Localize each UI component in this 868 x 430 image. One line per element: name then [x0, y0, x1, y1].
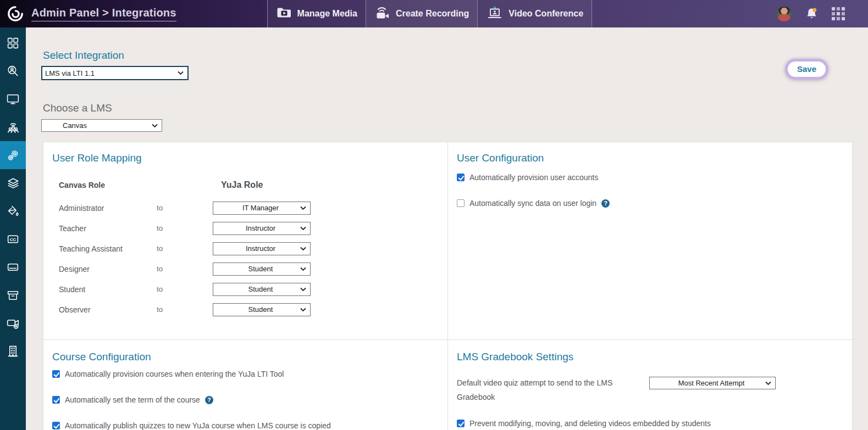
gradebook-attempt-label: Default video quiz attempt to send to th… — [457, 376, 649, 405]
manage-media-label: Manage Media — [297, 9, 357, 19]
yuja-swirl-logo-icon[interactable] — [7, 5, 24, 22]
to-label: to — [157, 265, 213, 273]
sidebar-item-live-broadcast[interactable] — [0, 113, 26, 141]
table-row: Observer to Student — [59, 299, 439, 320]
yuja-role-select[interactable]: Student — [213, 303, 311, 316]
sidebar-item-captions[interactable]: CC — [0, 225, 26, 253]
yuja-role-value: Student — [213, 265, 310, 273]
breadcrumb[interactable]: Admin Panel > Integrations — [31, 7, 176, 21]
yuja-role-select[interactable]: Instructor — [213, 222, 311, 235]
canvas-role-label: Teaching Assistant — [59, 244, 157, 253]
chevron-down-icon — [178, 71, 184, 75]
provision-courses-checkbox[interactable] — [52, 370, 60, 378]
help-question-icon[interactable] — [601, 199, 610, 208]
paint-bucket-icon — [6, 204, 20, 218]
video-conference-laptop-icon — [486, 5, 504, 23]
list-item: Prevent modifying, moving, and deleting … — [457, 419, 843, 428]
closed-captions-icon: CC — [6, 232, 20, 246]
choose-lms-label: Choose a LMS — [43, 102, 112, 114]
sync-data-checkbox[interactable] — [457, 199, 465, 207]
sidebar-item-recorder[interactable] — [0, 309, 26, 337]
storage-drive-icon — [6, 260, 20, 274]
user-avatar[interactable] — [777, 7, 792, 21]
chevron-down-icon — [300, 247, 306, 250]
gears-icon — [6, 148, 20, 163]
course-configuration-section: Course Configuration Automatically provi… — [43, 340, 448, 430]
provision-users-checkbox[interactable] — [457, 174, 465, 181]
table-row: Student to Student — [59, 279, 439, 299]
yuja-role-select[interactable]: IT Manager — [213, 202, 311, 215]
role-mapping-table: Canvas Role YuJa Role Administrator to I… — [59, 178, 439, 320]
course-configuration-title: Course Configuration — [52, 351, 439, 363]
role-table-header: Canvas Role YuJa Role — [59, 178, 439, 192]
help-question-icon[interactable] — [205, 396, 213, 404]
chevron-down-icon — [300, 206, 306, 210]
sidebar-item-dashboard[interactable] — [0, 29, 26, 57]
create-recording-label: Create Recording — [396, 9, 469, 19]
building-icon — [6, 344, 20, 358]
admin-panel-screen: Admin Panel > Integrations Manage Media — [0, 0, 868, 430]
checkbox-label: Automatically sync data on user login — [469, 199, 596, 208]
publish-quizzes-checkbox[interactable] — [52, 422, 60, 429]
main-content: Select Integration LMS via LTI 1.1 Save … — [26, 27, 868, 430]
sidebar-item-integrations[interactable] — [0, 141, 26, 169]
sidebar-item-user-search[interactable] — [0, 57, 26, 85]
manage-media-button[interactable]: Manage Media — [267, 0, 366, 27]
save-button-focus-ring: Save — [785, 59, 828, 80]
video-conference-button[interactable]: Video Conference — [477, 0, 592, 27]
to-label: to — [157, 224, 213, 232]
user-configuration-section: User Configuration Automatically provisi… — [448, 142, 852, 340]
to-label: to — [157, 305, 213, 314]
table-row: Administrator to IT Manager — [59, 198, 439, 218]
apps-grid-icon[interactable] — [832, 7, 845, 20]
notification-bell-icon[interactable] — [805, 7, 819, 21]
chevron-down-icon — [152, 124, 158, 127]
integration-select[interactable]: LMS via LTI 1.1 — [41, 66, 189, 80]
prevent-modify-checkbox[interactable] — [457, 420, 465, 427]
table-row: Designer to Student — [59, 259, 439, 279]
save-button[interactable]: Save — [788, 62, 826, 77]
yuja-role-value: Instructor — [213, 224, 310, 232]
canvas-role-label: Teacher — [59, 224, 157, 233]
sidebar-item-archive[interactable] — [0, 281, 26, 309]
gradebook-attempt-select[interactable]: Most Recent Attempt — [649, 377, 776, 389]
list-item: Automatically provision courses when ent… — [52, 370, 439, 378]
table-row: Teaching Assistant to Instructor — [59, 238, 439, 259]
left-sidebar: CC — [0, 27, 26, 430]
video-conference-label: Video Conference — [508, 9, 583, 19]
sidebar-item-institution[interactable] — [0, 337, 26, 365]
gradebook-attempt-field: Default video quiz attempt to send to th… — [457, 376, 843, 405]
layers-icon — [6, 176, 20, 191]
chevron-down-icon — [300, 267, 306, 271]
topbar-actions: Manage Media Create Recording — [267, 0, 592, 27]
settings-panel: User Role Mapping Canvas Role YuJa Role … — [43, 142, 853, 430]
user-search-icon — [6, 64, 20, 78]
canvas-role-label: Designer — [59, 265, 157, 273]
integration-select-value: LMS via LTI 1.1 — [42, 69, 187, 77]
chevron-down-icon — [300, 287, 306, 291]
sidebar-item-layers[interactable] — [0, 169, 26, 197]
to-label: to — [157, 244, 213, 253]
select-integration-label: Select Integration — [43, 49, 124, 62]
lms-select[interactable]: Canvas — [41, 119, 162, 132]
checkbox-label: Automatically set the term of the course — [65, 395, 200, 404]
yuja-role-select[interactable]: Instructor — [213, 242, 311, 255]
set-term-checkbox[interactable] — [52, 396, 60, 404]
create-recording-button[interactable]: Create Recording — [366, 0, 477, 27]
yuja-role-header: YuJa Role — [213, 180, 319, 190]
create-recording-camera-icon — [374, 5, 391, 23]
sidebar-item-storage[interactable] — [0, 253, 26, 281]
video-camera-record-icon — [6, 316, 20, 331]
sidebar-item-branding[interactable] — [0, 197, 26, 225]
canvas-role-label: Administrator — [59, 204, 157, 213]
yuja-role-select[interactable]: Student — [213, 283, 311, 296]
checkbox-label: Prevent modifying, moving, and deleting … — [469, 419, 711, 428]
user-role-mapping-title: User Role Mapping — [52, 152, 439, 164]
gradebook-attempt-value: Most Recent Attempt — [650, 379, 775, 387]
yuja-role-select[interactable]: Student — [213, 263, 311, 276]
sidebar-item-devices[interactable] — [0, 85, 26, 113]
people-broadcast-icon — [6, 120, 20, 135]
yuja-role-value: Student — [213, 285, 310, 293]
manage-media-folder-icon — [276, 5, 292, 22]
lms-gradebook-title: LMS Gradebook Settings — [457, 351, 843, 363]
